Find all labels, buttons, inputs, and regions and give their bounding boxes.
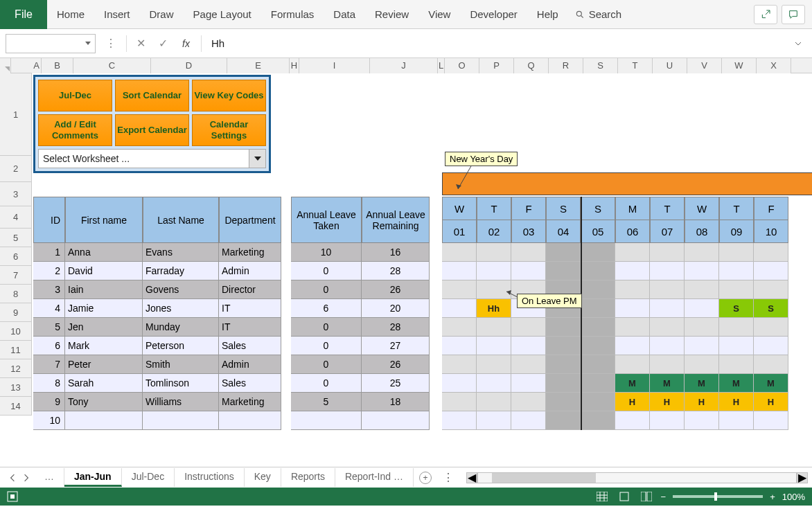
- column-header[interactable]: U: [653, 58, 687, 73]
- zoom-in-button[interactable]: +: [770, 492, 775, 502]
- calendar-cell[interactable]: [546, 393, 581, 411]
- calendar-cell[interactable]: [615, 318, 650, 337]
- row-header[interactable]: 3: [0, 182, 32, 206]
- row-header[interactable]: 8: [0, 285, 32, 303]
- calendar-settings-button[interactable]: Calendar Settings: [192, 114, 266, 146]
- next-sheet-button[interactable]: [22, 474, 30, 482]
- cell-first-name[interactable]: David: [65, 262, 143, 280]
- column-header[interactable]: P: [479, 58, 514, 73]
- cell-leave-taken[interactable]: 5: [291, 393, 362, 411]
- sort-calendar-button[interactable]: Sort Calendar: [115, 80, 189, 111]
- calendar-cell[interactable]: [754, 337, 788, 355]
- table-row[interactable]: 3IainGovensDirector026: [33, 280, 430, 299]
- row-header[interactable]: 14: [0, 397, 32, 416]
- cell-first-name[interactable]: Sarah: [65, 374, 143, 393]
- sheet-tab[interactable]: Key: [245, 468, 281, 487]
- calendar-cell[interactable]: [650, 280, 685, 299]
- calendar-cell[interactable]: [650, 411, 685, 430]
- cell-leave-remaining[interactable]: 27: [362, 337, 430, 355]
- cell-leave-remaining[interactable]: 20: [362, 299, 430, 318]
- cell-department[interactable]: IT: [219, 299, 281, 318]
- calendar-cell[interactable]: [511, 262, 546, 280]
- calendar-cell[interactable]: [442, 243, 477, 262]
- cell-leave-taken[interactable]: 0: [291, 318, 362, 337]
- cell-first-name[interactable]: Jamie: [65, 299, 143, 318]
- sheet-tab[interactable]: Jul-Dec: [122, 468, 175, 487]
- cell-last-name[interactable]: Munday: [143, 318, 219, 337]
- calendar-cell[interactable]: [442, 318, 477, 337]
- cell-last-name[interactable]: Tomlinson: [143, 374, 219, 393]
- row-header[interactable]: 2: [0, 156, 32, 182]
- calendar-cell[interactable]: [754, 318, 788, 337]
- view-key-codes-button[interactable]: View Key Codes: [192, 80, 266, 111]
- calendar-cell[interactable]: [754, 262, 788, 280]
- calendar-cell[interactable]: [719, 280, 754, 299]
- table-row[interactable]: 2DavidFarradayAdmin028: [33, 262, 430, 280]
- calendar-cell[interactable]: M: [615, 374, 650, 393]
- calendar-cell[interactable]: [477, 393, 511, 411]
- calendar-cell[interactable]: [650, 262, 685, 280]
- share-button[interactable]: [754, 5, 777, 24]
- calendar-cell[interactable]: [685, 243, 719, 262]
- calendar-cell[interactable]: [546, 262, 581, 280]
- cell-first-name[interactable]: Mark: [65, 337, 143, 355]
- formula-input[interactable]: Hh: [207, 34, 787, 53]
- cell-leave-remaining[interactable]: 26: [362, 280, 430, 299]
- cell-id[interactable]: 1: [33, 243, 65, 262]
- cell-leave-taken[interactable]: 0: [291, 280, 362, 299]
- calendar-cell[interactable]: [442, 393, 477, 411]
- calendar-cell[interactable]: [685, 280, 719, 299]
- cell-last-name[interactable]: Evans: [143, 243, 219, 262]
- cell-department[interactable]: Marketing: [219, 393, 281, 411]
- calendar-cell[interactable]: [546, 374, 581, 393]
- sheet-tab[interactable]: …: [35, 468, 64, 487]
- calendar-cell[interactable]: [615, 411, 650, 430]
- cell-department[interactable]: IT: [219, 318, 281, 337]
- file-tab[interactable]: File: [0, 0, 47, 29]
- row-header[interactable]: 9: [0, 303, 32, 322]
- scroll-left-button[interactable]: ◀: [466, 472, 477, 483]
- cell-leave-taken[interactable]: 0: [291, 355, 362, 374]
- calendar-cell[interactable]: M: [754, 374, 788, 393]
- cell-id[interactable]: 10: [33, 411, 65, 430]
- page-break-view-button[interactable]: [639, 490, 654, 503]
- horizontal-scrollbar[interactable]: ◀ ▶: [466, 472, 808, 483]
- calendar-cell[interactable]: [477, 262, 511, 280]
- row-header[interactable]: 11: [0, 341, 32, 359]
- cell-id[interactable]: 8: [33, 374, 65, 393]
- row-header[interactable]: 13: [0, 378, 32, 397]
- sheet-tab[interactable]: Report-Ind …: [335, 468, 414, 487]
- record-macro-icon[interactable]: [7, 491, 18, 502]
- cell-department[interactable]: Sales: [219, 337, 281, 355]
- row-header[interactable]: 1: [0, 73, 32, 156]
- calendar-cell[interactable]: [442, 337, 477, 355]
- column-header[interactable]: J: [370, 58, 438, 73]
- calendar-cell[interactable]: [581, 411, 615, 430]
- calendar-cell[interactable]: [685, 318, 719, 337]
- cell-leave-remaining[interactable]: 26: [362, 355, 430, 374]
- calendar-cell[interactable]: S: [719, 299, 754, 318]
- calendar-cell[interactable]: [546, 243, 581, 262]
- calendar-cell[interactable]: [581, 243, 615, 262]
- calendar-cell[interactable]: [615, 243, 650, 262]
- search-box[interactable]: Search: [568, 8, 629, 20]
- tab-review[interactable]: Review: [365, 0, 418, 29]
- tab-help[interactable]: Help: [527, 0, 568, 29]
- calendar-cell[interactable]: [650, 337, 685, 355]
- cell-first-name[interactable]: [65, 411, 143, 430]
- column-header[interactable]: O: [445, 58, 479, 73]
- cell-leave-taken[interactable]: 0: [291, 337, 362, 355]
- tab-insert[interactable]: Insert: [94, 0, 140, 29]
- cell-leave-taken[interactable]: [291, 411, 362, 430]
- confirm-button[interactable]: ✓: [155, 35, 171, 52]
- jul-dec-button[interactable]: Jul-Dec: [38, 80, 112, 111]
- column-header[interactable]: Q: [514, 58, 549, 73]
- tab-draw[interactable]: Draw: [140, 0, 184, 29]
- calendar-cell[interactable]: H: [615, 393, 650, 411]
- zoom-slider[interactable]: [673, 495, 763, 498]
- row-header[interactable]: 4: [0, 206, 32, 229]
- calendar-cell[interactable]: [477, 374, 511, 393]
- calendar-cell[interactable]: [581, 318, 615, 337]
- calendar-cell[interactable]: [511, 411, 546, 430]
- column-header[interactable]: T: [618, 58, 653, 73]
